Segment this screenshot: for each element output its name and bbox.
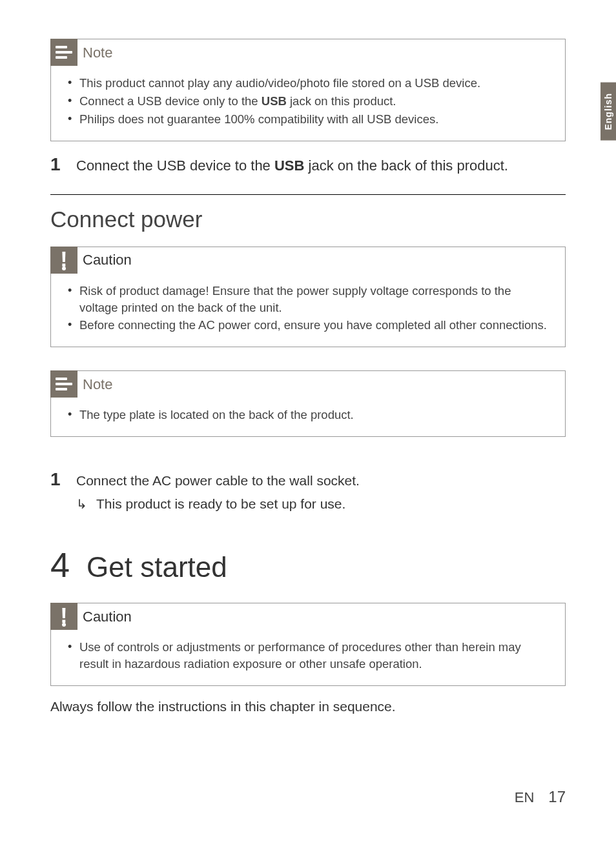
footer-language: EN [515, 789, 535, 806]
section-heading-connect-power: Connect power [50, 207, 566, 232]
caution-body: Use of controls or adjustments or perfor… [51, 630, 565, 685]
list-item: Risk of product damage! Ensure that the … [65, 283, 552, 316]
step: 1 Connect the USB device to the USB jack… [50, 154, 566, 176]
note-box: Note The type plate is located on the ba… [50, 370, 566, 437]
note-title: Note [83, 45, 112, 61]
language-tab: English [601, 83, 616, 141]
caution-list: Risk of product damage! Ensure that the … [65, 283, 552, 334]
note-list: This product cannot play any audio/video… [65, 75, 552, 128]
arrow-icon: ↳ [76, 494, 87, 514]
caution-icon: ! [50, 603, 77, 630]
sub-step: ↳ This product is ready to be set up for… [76, 494, 566, 514]
caution-list: Use of controls or adjustments or perfor… [65, 639, 552, 672]
note-list: The type plate is located on the back of… [65, 407, 552, 423]
list-item: Philips does not guarantee 100% compatib… [65, 111, 552, 128]
list-item: Connect a USB device only to the USB jac… [65, 93, 552, 110]
note-icon [50, 370, 77, 398]
caution-box: ! Caution Use of controls or adjustments… [50, 603, 566, 686]
caution-box: ! Caution Risk of product damage! Ensure… [50, 247, 566, 348]
page-content: Note This product cannot play any audio/… [0, 0, 616, 714]
caution-header: ! Caution [51, 603, 565, 630]
note-box: Note This product cannot play any audio/… [50, 39, 566, 141]
note-header: Note [51, 39, 565, 66]
step: 1 Connect the AC power cable to the wall… [50, 469, 566, 514]
note-icon [50, 39, 77, 66]
chapter-number: 4 [50, 545, 70, 585]
note-body: The type plate is located on the back of… [51, 398, 565, 436]
caution-title: Caution [83, 252, 132, 268]
step-text: Connect the USB device to the USB jack o… [76, 155, 566, 176]
body-paragraph: Always follow the instructions in this c… [50, 699, 566, 714]
caution-title: Caution [83, 609, 132, 625]
chapter-title: Get started [87, 551, 227, 583]
chapter-heading: 4 Get started [50, 545, 566, 585]
list-item: This product cannot play any audio/video… [65, 75, 552, 92]
list-item: Use of controls or adjustments or perfor… [65, 639, 552, 672]
footer-page-number: 17 [548, 788, 566, 806]
list-item: The type plate is located on the back of… [65, 407, 552, 423]
note-body: This product cannot play any audio/video… [51, 66, 565, 141]
step-number: 1 [50, 469, 76, 490]
step-text: Connect the AC power cable to the wall s… [76, 470, 566, 514]
page-footer: EN 17 [515, 788, 566, 806]
caution-icon: ! [50, 247, 77, 274]
divider [50, 194, 566, 195]
caution-header: ! Caution [51, 247, 565, 274]
note-header: Note [51, 371, 565, 398]
step-number: 1 [50, 154, 76, 175]
caution-body: Risk of product damage! Ensure that the … [51, 274, 565, 347]
note-title: Note [83, 376, 112, 393]
list-item: Before connecting the AC power cord, ens… [65, 317, 552, 334]
